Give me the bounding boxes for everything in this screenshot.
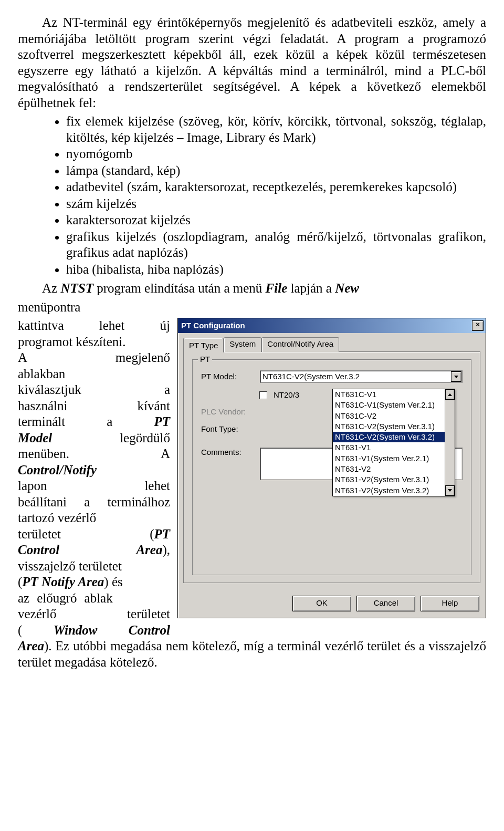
cancel-button[interactable]: Cancel	[356, 596, 415, 611]
listbox-scrollbar[interactable]	[445, 389, 455, 496]
dialog-titlebar[interactable]: PT Configuration ×	[178, 318, 486, 333]
chevron-up-icon	[448, 393, 452, 396]
text-file: File	[266, 281, 288, 295]
help-button[interactable]: Help	[421, 596, 479, 611]
paragraph-ntst-intro: Az NTST program elindítása után a menü F…	[18, 281, 486, 297]
ok-button[interactable]: OK	[292, 596, 351, 611]
groupbox-legend: PT	[198, 355, 212, 364]
label-nt20: NT20/3	[274, 390, 299, 400]
pt-model-value: NT631C-V2(System Ver.3.2	[262, 372, 360, 381]
text: lapján a	[287, 281, 335, 295]
nt20-checkbox[interactable]	[259, 391, 267, 399]
list-item: grafikus kijelzés (oszlopdiagram, analóg…	[66, 229, 486, 261]
list-item[interactable]: NT631C-V2(System Ver.3.1)	[333, 421, 455, 432]
text-new: New	[335, 281, 359, 295]
list-item[interactable]: NT631-V2	[333, 464, 455, 474]
label-plc-vendor: PLC Vendor:	[201, 407, 254, 417]
paragraph-menupontra: menüpontra	[18, 299, 486, 316]
list-item: lámpa (standard, kép)	[66, 163, 486, 179]
tab-system[interactable]: System	[224, 337, 261, 352]
list-item[interactable]: NT631-V1(System Ver.2.1)	[333, 453, 455, 464]
close-button[interactable]: ×	[472, 320, 484, 331]
pt-configuration-dialog: PT Configuration × PT Type System Contro…	[177, 318, 486, 618]
text-ntst: NTST	[60, 281, 93, 295]
chevron-down-icon	[448, 489, 452, 492]
chevron-down-icon	[454, 376, 458, 378]
close-icon: ×	[476, 320, 480, 328]
scroll-up-button[interactable]	[445, 389, 455, 400]
list-item-selected[interactable]: NT631C-V2(System Ver.3.2)	[333, 432, 455, 442]
text: ). Ez utóbbi megadása nem kötelező, míg …	[18, 639, 486, 669]
paragraph-intro: Az NT-terminál egy érintőképernyős megje…	[18, 15, 486, 111]
list-item: karaktersorozat kijelzés	[66, 212, 486, 228]
tab-panel-pt-type: PT PT Model: NT631C-V2(System Ver.3.2 NT…	[183, 351, 480, 583]
list-item[interactable]: NT631C-V2	[333, 411, 455, 421]
pt-model-listbox[interactable]: NT631C-V1 NT631C-V1(System Ver.2.1) NT63…	[332, 389, 455, 496]
list-item: nyomógomb	[66, 146, 486, 162]
list-item: szám kijelzés	[66, 196, 486, 212]
feature-list: fix elemek kijelzése (szöveg, kör, körív…	[18, 113, 486, 277]
text: Az	[42, 281, 60, 295]
text-area: Area	[18, 639, 44, 653]
text: program elindítása után a menü	[93, 281, 266, 295]
dialog-title: PT Configuration	[181, 321, 245, 330]
label-comments: Comments:	[201, 448, 254, 457]
paragraph-area-closing: Area). Ez utóbbi megadása nem kötelező, …	[18, 638, 486, 670]
list-item[interactable]: NT631C-V1	[333, 389, 455, 400]
dropdown-button[interactable]	[451, 371, 461, 382]
pt-groupbox: PT PT Model: NT631C-V2(System Ver.3.2 NT…	[192, 359, 471, 575]
tab-control-notify[interactable]: Control/Notify Area	[261, 337, 339, 352]
list-item[interactable]: NT631-V2(System Ver.3.2)	[333, 485, 455, 496]
list-item: fix elemek kijelzése (szöveg, kör, körív…	[66, 113, 486, 146]
list-item: hiba (hibalista, hiba naplózás)	[66, 262, 486, 278]
label-font-type: Font Type:	[201, 424, 254, 434]
scroll-down-button[interactable]	[445, 485, 455, 496]
tab-pt-type[interactable]: PT Type	[183, 338, 224, 352]
list-item[interactable]: NT631-V2(System Ver.3.1)	[333, 474, 455, 485]
label-pt-model: PT Model:	[201, 372, 254, 381]
list-item: adatbevitel (szám, karaktersorozat, rece…	[66, 179, 486, 195]
wrapped-text-column: kattintvalehetúj programot készíteni. Am…	[18, 318, 170, 638]
pt-model-dropdown[interactable]: NT631C-V2(System Ver.3.2	[260, 370, 463, 383]
list-item[interactable]: NT631C-V1(System Ver.2.1)	[333, 400, 455, 410]
list-item[interactable]: NT631-V1	[333, 442, 455, 453]
